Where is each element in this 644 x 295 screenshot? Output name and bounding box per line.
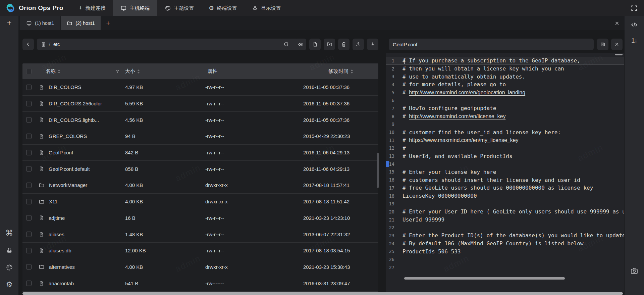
code-line[interactable]: 9 [386,120,624,129]
editor-filename-input[interactable]: GeoIP.conf [389,39,594,50]
row-checkbox[interactable] [26,117,32,122]
code-line[interactable]: 1# If you purchase a subscription to the… [386,57,624,65]
breadcrumb[interactable]: / etc [37,39,301,50]
table-row[interactable]: GREP_COLORS94 B-rw-r--r--2015-04-29 22:3… [22,128,378,145]
table-row[interactable]: GeoIP.conf842 B-rw-r--r--2016-11-06 04:2… [22,145,378,161]
row-checkbox[interactable] [26,101,32,106]
code-line[interactable]: 13# UserId, and available ProductIds [386,152,624,160]
file-name[interactable]: alternatives [49,264,75,270]
menu-new-connection[interactable]: + 新建连接 [71,0,113,16]
code-line[interactable]: 19 [386,200,624,208]
row-checkbox[interactable] [26,264,32,269]
table-row[interactable]: GeoIP.conf.default858 B-rw-r--r--2016-11… [22,161,378,177]
code-icon[interactable] [630,21,638,29]
save-file-button[interactable] [597,39,608,50]
row-checkbox[interactable] [26,85,32,90]
column-header-name[interactable]: 名称 [39,68,125,75]
code-line[interactable]: 12# [386,144,624,152]
file-name[interactable]: aliases [49,232,64,237]
table-row[interactable]: adjtime16 B-rw-r--r--2021-03-23 14:23:10 [22,210,378,227]
code-line[interactable]: 10# customer find the user_id and licens… [386,128,624,136]
row-checkbox[interactable] [26,199,32,204]
row-checkbox[interactable] [26,248,32,253]
close-session-button[interactable] [614,16,620,30]
table-row[interactable]: anacrontab541 B-rw-------2016-03-31 23:0… [22,275,378,292]
select-all-checkbox[interactable] [26,69,32,74]
download-button[interactable] [367,39,378,50]
file-name[interactable]: DIR_COLORS.lightb... [49,117,99,123]
sort-modified-icon[interactable] [351,69,353,73]
table-row[interactable]: DIR_COLORS.lightb...4.56 KB-rw-r--r--201… [22,112,378,128]
menu-terminal-settings[interactable]: ⚙ 终端设置 [202,0,245,16]
file-name[interactable]: adjtime [49,215,65,221]
code-line[interactable]: 18LicenseKey 000000000000 [386,192,624,200]
table-row[interactable]: X114.00 KBdrwxr-xr-x2017-08-18 11:51:42 [22,194,378,210]
code-line[interactable]: 5# http://www.maxmind.com/en/geolocation… [386,89,624,97]
file-name[interactable]: NetworkManager [49,182,87,188]
code-line[interactable]: 11# https://www.maxmind.com/en/my_licens… [386,136,624,144]
table-row[interactable]: NetworkManager4.00 KBdrwxr-xr-x2017-08-1… [22,177,378,194]
table-row[interactable]: DIR_COLORS4.97 KB-rw-r--r--2016-11-05 00… [22,79,378,96]
column-header-modified[interactable]: 修改时间 [303,68,378,75]
close-editor-button[interactable] [611,39,623,50]
palette-icon[interactable] [6,264,13,271]
table-row[interactable]: aliases.db12.00 KB-rw-r--r--2017-08-18 0… [22,243,378,259]
file-name[interactable]: DIR_COLORS.256color [49,101,102,106]
menu-theme-settings[interactable]: 主题设置 [157,0,202,16]
file-name[interactable]: GeoIP.conf [49,150,73,155]
tab-host1-sftp[interactable]: (2) host1 [61,16,101,30]
row-checkbox[interactable] [26,232,32,237]
row-checkbox[interactable] [26,215,32,220]
code-line[interactable]: 8# http://www.maxmind.com/en/license_key [386,112,624,120]
code-line[interactable]: 3# use to automatically obtain updates. [386,72,624,81]
code-line[interactable]: 21UserId 999999 [386,216,624,224]
menu-display-settings[interactable]: 显示设置 [245,0,288,16]
code-line[interactable]: 2# then you will obtain a license key wh… [386,65,624,73]
code-line[interactable]: 23# Enter the Product ID(s) of the datab… [386,232,624,240]
table-row[interactable]: alternatives4.00 KBdrwxr-xr-x2021-03-23 … [22,259,378,276]
code-line[interactable]: 16# customers should insert their licens… [386,176,624,184]
back-button[interactable] [22,39,34,50]
code-line[interactable]: 4# for more details, please go to [386,81,624,89]
file-name[interactable]: aliases.db [49,248,71,253]
editor-horizontal-scrollbar[interactable] [404,277,565,280]
code-line[interactable]: 25ProductIds 506 533 [386,248,624,256]
code-line[interactable]: 15# Enter your license key here [386,168,624,176]
menu-host-terminal[interactable]: 主机终端 [113,0,157,16]
code-line[interactable]: 17# free GeoLite users should use 000000… [386,184,624,192]
sort-lines-icon[interactable]: 1↓ [631,37,637,44]
preview-button[interactable] [295,39,306,50]
delete-button[interactable] [338,39,350,50]
upload-button[interactable] [353,39,364,50]
filter-icon[interactable] [115,69,120,74]
new-tab-button[interactable]: + [101,16,115,30]
gear-icon[interactable]: ⚙ [6,281,13,288]
file-name[interactable]: anacrontab [49,281,74,286]
row-checkbox[interactable] [26,166,32,171]
code-line[interactable]: 7# HowTo configure geoipupdate [386,104,624,112]
sort-name-icon[interactable] [58,69,60,73]
new-file-button[interactable] [309,39,321,50]
new-folder-button[interactable] [324,39,335,50]
editor-vertical-scrollbar[interactable] [615,54,623,55]
row-checkbox[interactable] [26,134,32,139]
code-line[interactable]: 14 [386,160,624,168]
code-line[interactable]: 22 [386,224,624,232]
code-editor[interactable]: 1# If you purchase a subscription to the… [386,53,624,292]
file-name[interactable]: DIR_COLORS [49,84,82,90]
file-name[interactable]: GeoIP.conf.default [49,166,90,172]
code-line[interactable]: 6 [386,96,624,104]
fullscreen-icon[interactable] [630,4,638,12]
command-icon[interactable]: ⌘ [5,229,13,237]
file-name[interactable]: GREP_COLORS [49,133,87,139]
code-line[interactable]: 20# Enter your User ID here ( GeoLite on… [386,208,624,216]
column-header-size[interactable]: 大小 [125,68,205,75]
horizontal-scrollbar[interactable] [22,292,623,295]
table-row[interactable]: aliases1.48 KB-rw-r--r--2013-06-07 22:31… [22,226,378,243]
row-checkbox[interactable] [26,150,32,155]
tab-host1-terminal[interactable]: (1) host1 [20,16,60,30]
code-line[interactable]: 24# By default 106 (MaxMind GeoIP Countr… [386,240,624,248]
file-table-scrollbar[interactable] [377,153,379,188]
file-name[interactable]: X11 [49,199,58,204]
sort-size-icon[interactable] [137,69,140,73]
